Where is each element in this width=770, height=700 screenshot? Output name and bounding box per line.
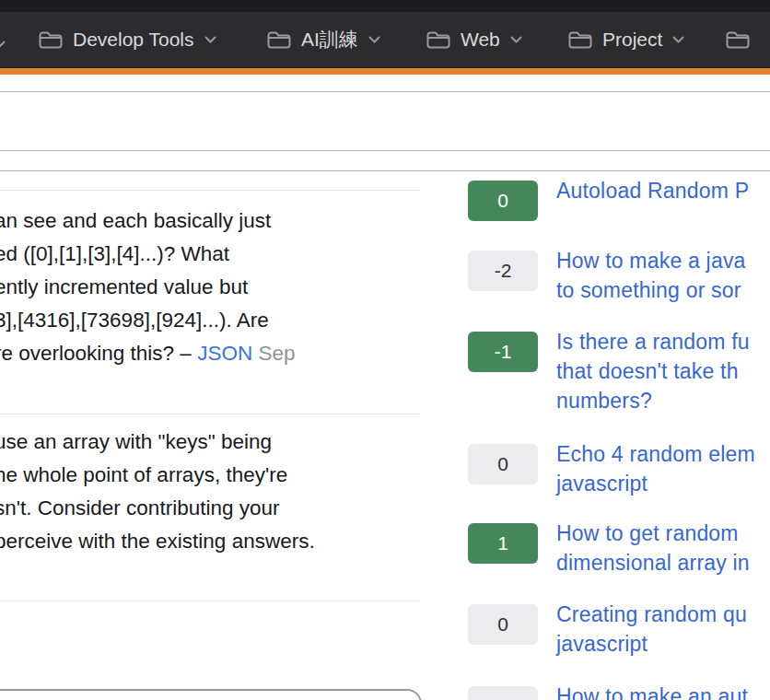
folder-icon: [726, 31, 750, 49]
browser-window: { "bookmarks_bar": { "items": [ {"label"…: [0, 0, 770, 700]
commenter-link[interactable]: JSON: [197, 342, 252, 365]
bookmark-folder-1[interactable]: Develop Tools: [39, 12, 216, 67]
comment-divider: [0, 414, 420, 414]
related-question-line: Is there a random fu: [556, 327, 750, 356]
comment: use an array with "keys" beinghe whole p…: [0, 426, 437, 558]
chevron-down-icon: [204, 36, 216, 44]
header-divider: [0, 170, 770, 171]
related-question-line: How to make a java: [556, 246, 746, 275]
comment-input-box[interactable]: [0, 689, 422, 700]
chevron-down-icon: [0, 36, 6, 52]
related-question-line: Autoload Random P: [556, 176, 749, 205]
related-question-line: javascript: [556, 629, 747, 659]
related-question-line: Echo 4 random elem: [556, 439, 755, 469]
comment-text: ently incremented value but: [0, 275, 248, 298]
bookmark-folder-3[interactable]: Web: [426, 12, 522, 67]
related-question-row: 0Echo 4 random elemjavascript: [468, 439, 770, 519]
related-question-link[interactable]: Is there a random futhat doesn't take th…: [556, 327, 750, 415]
comment-line: ently incremented value but: [0, 271, 437, 304]
comment-text: use an array with "keys" being: [0, 430, 272, 453]
vote-count-badge: 0: [468, 604, 538, 645]
vote-count-badge: 0: [468, 444, 538, 484]
folder-icon: [39, 31, 63, 49]
related-question-line: to something or sor: [556, 275, 746, 305]
related-question-link[interactable]: How to make an aut: [556, 682, 748, 700]
related-question-row: 5How to make an aut: [468, 682, 770, 700]
related-question-line: javascript: [556, 469, 755, 498]
related-question-link[interactable]: Creating random qujavascript: [556, 600, 747, 659]
folder-icon: [267, 31, 291, 49]
bookmark-folder-4[interactable]: Project: [568, 12, 684, 67]
bookmark-folder-label: Develop Tools: [73, 29, 194, 51]
vote-count-badge: 5: [468, 686, 538, 700]
vote-count-badge: -2: [468, 251, 538, 291]
comment-text: he whole point of arrays, they're: [0, 463, 287, 486]
comment-date: Sep: [252, 342, 295, 365]
chevron-down-icon: [368, 36, 380, 44]
chevron-down-icon: [672, 36, 684, 44]
browser-tab-strip: [0, 0, 770, 12]
related-question-link[interactable]: Autoload Random P: [556, 176, 749, 205]
comment: an see and each basically justed ([0],[1…: [0, 204, 437, 370]
page-orange-accent-bar: [0, 68, 770, 75]
folder-icon: [426, 31, 450, 49]
related-question-line: that doesn't take th: [556, 356, 750, 386]
comment-line: sn't. Consider contributing your: [0, 492, 437, 525]
comment-line: ed ([0],[1],[3],[4]...)? What: [0, 238, 437, 271]
related-question-row: -1Is there a random futhat doesn't take …: [468, 327, 770, 436]
related-question-row: 1How to get randomdimensional array in: [468, 519, 770, 598]
header-divider: [0, 91, 770, 92]
related-question-line: How to make an aut: [556, 682, 748, 700]
folder-icon: [568, 31, 592, 49]
comment-line: re overlooking this? – JSON Sep: [0, 337, 437, 370]
related-question-row: 0Autoload Random P: [468, 176, 770, 226]
related-question-row: -2How to make a javato something or sor: [468, 246, 770, 325]
comment-text: perceive with the existing answers.: [0, 530, 315, 553]
comment-text: re overlooking this? –: [0, 342, 197, 365]
bookmarks-bar: Develop ToolsAI訓練WebProject: [0, 12, 770, 68]
comment-text: ed ([0],[1],[3],[4]...)? What: [0, 242, 229, 265]
bookmark-folder-2[interactable]: AI訓練: [267, 12, 380, 67]
comment-divider: [0, 190, 420, 191]
vote-count-badge: 0: [468, 181, 538, 221]
comment-line: he whole point of arrays, they're: [0, 459, 437, 492]
comment-line: 3],[4316],[73698],[924]...). Are: [0, 304, 437, 337]
related-question-line: numbers?: [556, 386, 750, 415]
related-question-link[interactable]: How to make a javato something or sor: [556, 246, 746, 305]
comment-text: 3],[4316],[73698],[924]...). Are: [0, 309, 269, 332]
bookmark-folder-label: Web: [461, 29, 500, 51]
comment-text: sn't. Consider contributing your: [0, 496, 279, 519]
comment-line: use an array with "keys" being: [0, 426, 437, 459]
related-question-row: 0Creating random qujavascript: [468, 600, 770, 679]
bookmark-folder-5[interactable]: [726, 12, 750, 67]
related-question-line: How to get random: [556, 519, 750, 548]
related-question-link[interactable]: How to get randomdimensional array in: [556, 519, 750, 578]
header-divider: [0, 150, 770, 151]
comment-line: an see and each basically just: [0, 204, 437, 238]
related-question-line: dimensional array in: [556, 548, 750, 578]
comment-divider: [0, 601, 420, 601]
related-question-line: Creating random qu: [556, 600, 747, 629]
bookmark-folder-label: Project: [602, 29, 662, 51]
bookmark-folder-label: AI訓練: [301, 27, 358, 52]
vote-count-badge: 1: [468, 523, 538, 564]
comment-line: perceive with the existing answers.: [0, 525, 437, 558]
vote-count-badge: -1: [468, 332, 538, 372]
related-question-link[interactable]: Echo 4 random elemjavascript: [556, 439, 755, 498]
comment-text: an see and each basically just: [0, 209, 271, 232]
chevron-down-icon: [510, 36, 522, 44]
